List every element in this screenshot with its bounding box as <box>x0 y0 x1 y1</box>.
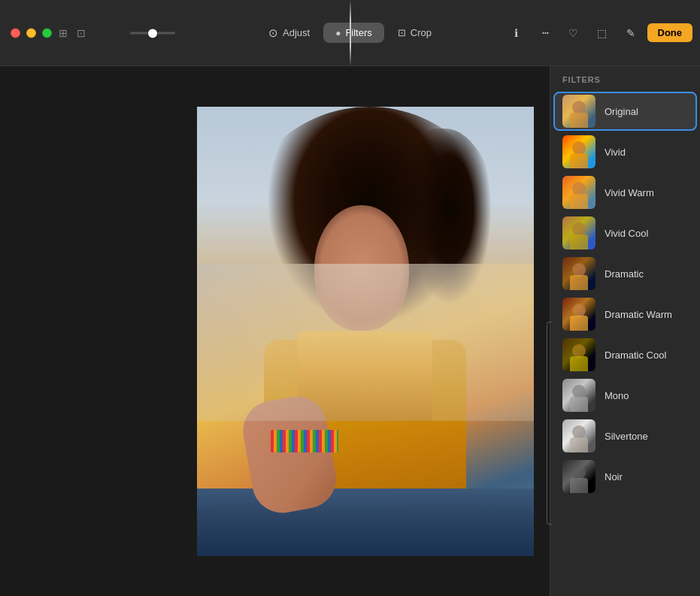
left-sidebar <box>0 66 180 596</box>
share-icon: ⬚ <box>597 27 607 39</box>
favorite-button[interactable]: ♡ <box>562 23 586 44</box>
filter-thumb-dramatic-cool <box>562 338 595 371</box>
photo-area <box>180 66 550 596</box>
markup-icon: ✎ <box>626 27 635 39</box>
filter-name-dramatic-warm: Dramatic Warm <box>605 309 672 320</box>
markup-button[interactable]: ✎ <box>619 23 643 44</box>
filter-list: OriginalVividVivid WarmVivid CoolDramati… <box>550 92 700 496</box>
traffic-lights <box>11 28 52 38</box>
filter-thumb-noir <box>562 460 595 493</box>
filter-item-noir[interactable]: Noir <box>553 457 697 496</box>
filter-name-mono: Mono <box>605 390 629 401</box>
more-button[interactable]: ··· <box>533 23 557 44</box>
share-button[interactable]: ⬚ <box>590 23 614 44</box>
tab-crop-label: Crop <box>411 27 432 38</box>
filter-item-vivid-warm[interactable]: Vivid Warm <box>553 173 697 212</box>
filter-name-silvertone: Silvertone <box>605 431 648 442</box>
maximize-button[interactable] <box>42 28 52 38</box>
filter-thumb-vivid <box>562 135 595 168</box>
filter-name-noir: Noir <box>605 471 623 483</box>
filter-item-silvertone[interactable]: Silvertone <box>553 416 697 455</box>
filters-header: Filters <box>550 66 700 90</box>
filter-thumb-dramatic-warm <box>562 298 595 331</box>
photo-background <box>197 107 534 556</box>
titlebar: ⊞ ⊡ ⊙ Adjust ● Filters ⊡ Crop ℹ ··· <box>0 0 700 66</box>
filter-group-bracket <box>547 322 553 525</box>
done-button[interactable]: Done <box>647 23 693 42</box>
filters-icon: ● <box>335 28 341 38</box>
filter-name-vivid: Vivid <box>605 147 626 158</box>
filter-name-vivid-cool: Vivid Cool <box>605 228 648 239</box>
minimize-button[interactable] <box>26 28 36 38</box>
filter-thumb-vivid-cool <box>562 216 595 250</box>
heart-icon: ♡ <box>568 27 578 39</box>
filter-item-mono[interactable]: Mono <box>553 376 697 415</box>
toolbar-right: ℹ ··· ♡ ⬚ ✎ Done <box>505 23 693 44</box>
filters-panel: Filters OriginalVividVivid WarmVivid Coo… <box>550 66 700 596</box>
photo-container <box>197 107 534 556</box>
adjust-icon: ⊙ <box>268 26 278 40</box>
filter-item-dramatic-warm[interactable]: Dramatic Warm <box>553 295 697 334</box>
cursor-bar <box>350 0 351 66</box>
tab-adjust-label: Adjust <box>283 27 310 38</box>
fit-icon[interactable]: ⊡ <box>77 27 86 39</box>
tab-filters[interactable]: ● Filters <box>323 23 384 43</box>
main-area: Filters OriginalVividVivid WarmVivid Coo… <box>0 66 700 596</box>
tab-crop[interactable]: ⊡ Crop <box>386 23 444 43</box>
filter-item-vivid-cool[interactable]: Vivid Cool <box>553 213 697 253</box>
more-icon: ··· <box>541 25 548 41</box>
filter-name-dramatic: Dramatic <box>605 268 644 280</box>
filter-thumb-vivid-warm <box>562 176 595 209</box>
info-button[interactable]: ℹ <box>505 23 529 44</box>
filter-thumb-silvertone <box>562 419 595 452</box>
close-button[interactable] <box>11 28 20 38</box>
filter-name-original: Original <box>605 106 638 117</box>
crop-icon: ⊡ <box>398 27 406 38</box>
brightness-slider[interactable] <box>130 32 175 34</box>
filter-item-dramatic[interactable]: Dramatic <box>553 254 697 293</box>
filter-name-vivid-warm: Vivid Warm <box>605 187 654 198</box>
sidebar-toggle-icon[interactable]: ⊞ <box>59 27 68 39</box>
filter-thumb-original <box>562 95 595 128</box>
filter-item-vivid[interactable]: Vivid <box>553 132 697 171</box>
filter-thumb-mono <box>562 379 595 412</box>
sidebar-controls: ⊞ ⊡ <box>59 27 86 39</box>
filter-name-dramatic-cool: Dramatic Cool <box>605 349 666 361</box>
tab-adjust[interactable]: ⊙ Adjust <box>256 22 322 44</box>
filter-thumb-dramatic <box>562 257 595 290</box>
filter-item-dramatic-cool[interactable]: Dramatic Cool <box>553 335 697 374</box>
filter-item-original[interactable]: Original <box>553 92 697 131</box>
info-icon: ℹ <box>514 27 518 39</box>
